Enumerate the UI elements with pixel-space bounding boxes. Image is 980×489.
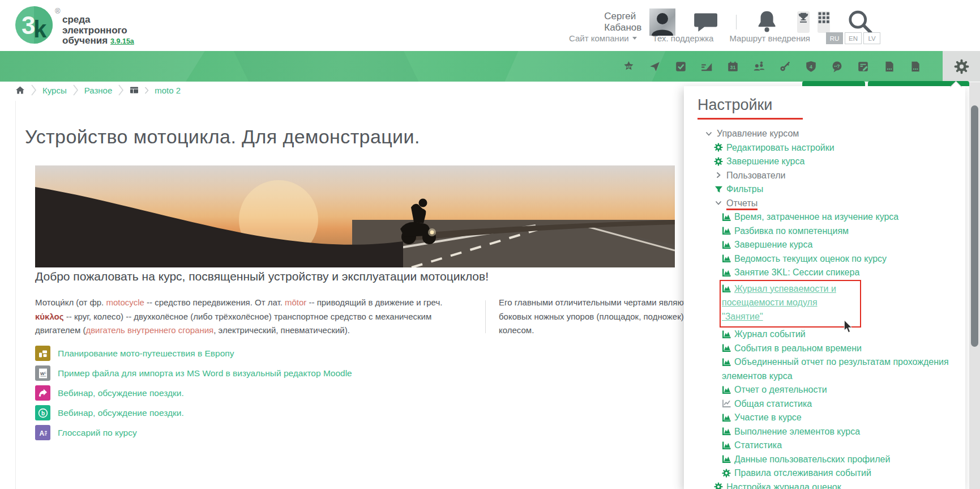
settings-item[interactable]: Журнал успеваемости и посещаемости модул… (697, 280, 950, 328)
settings-item[interactable]: Разбивка по компетенциям (697, 224, 950, 239)
settings-item[interactable]: Время, затраченное на изучение курса (697, 210, 950, 224)
browser-scrollbar-thumb[interactable] (971, 105, 978, 347)
settings-item[interactable]: Фильтры (697, 182, 950, 197)
header-link-label: Тех. поддержка (653, 33, 714, 43)
3kl-logo[interactable]: 3 k (15, 6, 53, 44)
navbar-icons: XP314? (623, 51, 921, 82)
settings-item[interactable]: Настройка журнала оценок (697, 481, 950, 489)
shield-icon[interactable]: 4 (805, 61, 817, 73)
filter-icon (714, 185, 723, 194)
settings-item-label: Журнал событий (734, 329, 806, 339)
settings-item[interactable]: Управление курсом (697, 127, 950, 141)
user-name[interactable]: Сергей Кабанов (604, 11, 641, 33)
xp-star-icon[interactable]: XP (623, 61, 635, 73)
settings-item[interactable]: Ведомость текущих оценок по курсу (697, 252, 950, 266)
levels-icon[interactable] (701, 61, 713, 73)
welcome-heading: Добро пожаловать на курс, посвященный ус… (35, 270, 489, 283)
lang-ru[interactable]: RU (826, 32, 843, 44)
registered-mark: ® (55, 7, 61, 15)
settings-item[interactable]: Объединенный отчет по результатам прохож… (697, 355, 950, 383)
search-icon[interactable] (838, 8, 883, 36)
settings-item[interactable]: Правила отслеживания событий (697, 466, 950, 481)
settings-item-label: Ведомость текущих оценок по курсу (734, 254, 887, 263)
settings-item[interactable]: Редактировать настройки (697, 141, 950, 155)
card-icon-2[interactable] (909, 61, 921, 73)
area-chart-icon (722, 343, 731, 352)
users-rating-icon[interactable] (753, 61, 765, 73)
intro-link[interactable]: mōtor (285, 297, 306, 307)
trophy-icon (797, 11, 810, 33)
activity-link[interactable]: Пример файла для импорта из MS Word в ви… (58, 368, 352, 379)
settings-item[interactable]: Журнал событий (697, 328, 950, 342)
settings-item-label: Выполнение элементов курса (734, 427, 860, 436)
activity-link[interactable]: Глоссарий по курсу (58, 428, 137, 438)
area-chart-icon (722, 413, 731, 422)
settings-item-label: Управление курсом (717, 129, 799, 138)
header-link[interactable]: Сайт компании (569, 33, 637, 43)
settings-item[interactable]: Общая статистика (697, 397, 950, 411)
settings-item[interactable]: Пользователи (697, 169, 950, 183)
settings-gear-button[interactable] (943, 51, 980, 82)
version-link[interactable]: 3.9.15a (110, 37, 134, 45)
settings-item-label: Отчеты (726, 198, 758, 210)
notifications-icon[interactable] (744, 8, 789, 36)
intro-link[interactable]: двигатель внутреннего сгорания (85, 325, 213, 335)
calendar-icon[interactable]: 31 (727, 61, 739, 73)
svg-text:A: A (39, 429, 44, 437)
settings-item[interactable]: Отчет о деятельности (697, 383, 950, 397)
intro-text: Мотоци́кл (от фр. (35, 297, 106, 307)
activity-row: AГлоссарий по курсу (35, 425, 352, 440)
settings-item-label: Общая статистика (734, 399, 812, 409)
settings-item[interactable]: Завершение курса (697, 155, 950, 169)
settings-panel: Настройки Управление курсомРедактировать… (684, 86, 965, 489)
breadcrumb: КурсыРазноеmoto 2 (15, 82, 181, 98)
settings-item[interactable]: События в реальном времени (697, 342, 950, 356)
activity-link[interactable]: Планирование мото-путешествия в Европу (58, 348, 234, 359)
settings-item[interactable]: Статистика (697, 439, 950, 453)
user-toolbar: Сергей Кабанов (604, 8, 883, 36)
settings-item[interactable]: Занятие 3KL: Сессии спикера (697, 266, 950, 280)
area-chart-icon (722, 441, 731, 450)
lang-en[interactable]: EN (845, 32, 862, 44)
settings-item[interactable]: Завершение курса (697, 238, 950, 252)
breadcrumb-item[interactable]: Курсы (42, 86, 67, 95)
key-icon[interactable] (779, 61, 791, 73)
h5p-activity-icon (35, 346, 50, 361)
header-links: Сайт компанииТех. поддержкаМаршрут внедр… (569, 32, 880, 44)
intro-link[interactable]: motocycle (106, 297, 144, 307)
settings-item-label: Данные пользовательских профилей (734, 454, 890, 464)
apps-grid-icon (818, 11, 830, 33)
area-chart-icon (722, 226, 731, 235)
question-chat-icon[interactable]: ? (831, 61, 843, 73)
send-icon[interactable] (649, 61, 661, 73)
card-icon[interactable] (883, 61, 895, 73)
breadcrumb-separator-icon (118, 83, 124, 97)
area-chart-icon (722, 284, 731, 293)
settings-item-label: Время, затраченное на изучение курса (734, 212, 898, 222)
svg-text:W: W (40, 371, 45, 376)
approve-icon[interactable] (675, 61, 687, 73)
settings-item[interactable]: Данные пользовательских профилей (697, 453, 950, 467)
lang-lv[interactable]: LV (863, 32, 880, 44)
settings-item[interactable]: Выполнение элементов курса (697, 425, 950, 439)
gear-icon (714, 143, 723, 152)
header-link[interactable]: Тех. поддержка (653, 33, 714, 43)
activity-link[interactable]: Вебинар, обсуждение поездки. (58, 408, 184, 418)
messages-icon[interactable] (683, 8, 728, 36)
settings-tree: Управление курсомРедактировать настройки… (697, 127, 950, 489)
settings-item[interactable]: Отчеты (697, 197, 950, 211)
activity-link[interactable]: Вебинар, обсуждение поездки. (58, 388, 184, 398)
settings-item-label: Журнал успеваемости и посещаемости модул… (722, 284, 836, 321)
breadcrumb-item[interactable]: moto 2 (155, 86, 181, 95)
achievements-button[interactable] (797, 11, 810, 33)
logo-line3: обучения (62, 35, 108, 46)
home-icon[interactable] (15, 86, 25, 95)
hidden-course-button-top (802, 81, 865, 86)
intro-link[interactable]: κύκλος (35, 312, 64, 321)
edit-note-icon[interactable] (857, 61, 869, 73)
settings-item[interactable]: Участие в курсе (697, 411, 950, 425)
apps-grid-button[interactable] (818, 11, 830, 33)
breadcrumb-item[interactable]: Разное (84, 86, 113, 95)
avatar[interactable] (649, 8, 675, 36)
header-link[interactable]: Маршрут внедрения (729, 33, 810, 43)
